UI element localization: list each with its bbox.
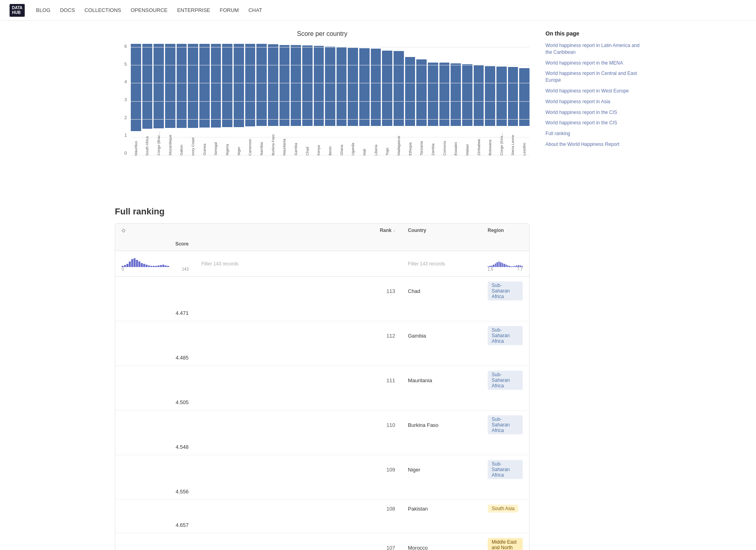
bar [462,64,472,126]
bar-label: Chad [305,128,309,155]
td-region: Sub-Saharan Africa [481,277,529,305]
bar-wrap: Madagascar [394,44,404,155]
table-row[interactable]: 109 Niger Sub-Saharan Africa 4.556 [115,455,529,500]
td-score: 4.556 [115,484,195,499]
mh-bar [143,264,145,267]
nav-collections[interactable]: COLLECTIONS [85,7,121,13]
table-row[interactable]: 107 Morocco Middle East and North Afric.… [115,533,529,550]
score-mh-bar [502,263,503,267]
page-layout: Score per country 0123456 MauritiusSouth… [99,21,657,550]
mh-bar [134,258,136,267]
region-badge: Sub-Saharan Africa [488,281,523,301]
bar-label: Mozambique [168,130,172,155]
filter-region-text: Filter 143 records [408,261,445,267]
bar-label: Ivory Coast [191,130,195,155]
bar-label: Ethiopia [408,128,412,155]
chart-container: 0123456 MauritiusSouth AfricaCongo (Braz… [115,44,530,187]
th-score[interactable]: Score [115,237,195,251]
ranking-table: ◇ Rank ↓ Country Region Score [115,223,530,550]
bar-wrap: Ethiopia [405,44,415,155]
filter-cell-country[interactable]: Filter 143 records [195,254,402,273]
td-country: Niger [402,455,481,484]
mh-bar [141,263,143,267]
nav-enterprise[interactable]: ENTERPRISE [177,7,210,13]
filter-icon: ◇ [122,228,125,233]
th-country[interactable]: Country [402,224,481,237]
bar [177,44,187,128]
sidebar-link[interactable]: World happiness report in Latin America … [545,42,641,56]
filter-cell-score[interactable]: 1.5 7.7 [481,254,529,273]
bar-label: Uganda [351,128,355,155]
y-axis-label: 1 [115,133,127,138]
td-score: 4.657 [115,517,195,533]
td-rank: 107 [195,533,402,550]
bar-label: Botswana [488,128,492,155]
filter-cell-region[interactable]: Filter 143 records [402,254,481,273]
bar [142,44,153,129]
bar-wrap: Botswana [485,44,495,155]
region-badge: Sub-Saharan Africa [488,460,523,479]
bar-wrap: Gambia [291,44,301,155]
filter-cell-histogram[interactable]: 0 143 [115,254,195,273]
td-region: Sub-Saharan Africa [481,366,529,395]
bar [199,44,210,128]
navbar: DATA HUB BLOG DOCS COLLECTIONS OPENSOURC… [0,0,756,21]
nav-chat[interactable]: CHAT [248,7,262,13]
bar [394,51,404,126]
bar-label: South Africa [145,130,149,155]
bar [382,51,392,126]
y-axis-label: 4 [115,79,127,84]
sort-icon: ↓ [393,228,395,233]
table-row[interactable]: 111 Mauritania Sub-Saharan Africa 4.505 [115,366,529,411]
td-blank [115,411,195,439]
bar-label: Zimbabwe [477,128,481,155]
bar [211,44,221,128]
bar-wrap: Namibia [256,44,267,155]
bar-label: Gabon [179,130,183,155]
bar-wrap: Tanzania [416,44,427,155]
score-mh-bar [496,262,498,267]
bar-label: Ghana [340,128,344,155]
region-badge: Sub-Saharan Africa [488,415,523,434]
bar-wrap: Mozambique [165,44,175,155]
score-range: 1.5 7.7 [488,267,523,271]
filter-country-text: Filter 143 records [201,261,238,267]
bar [485,66,495,126]
bar-wrap: Mauritius [131,44,141,155]
td-rank: 111 [195,366,402,395]
bar-wrap: Nigeria [222,44,232,155]
bar-wrap: Malawi [462,44,472,155]
mini-histogram [122,256,189,267]
bar [268,44,278,126]
th-rank[interactable]: Rank ↓ [195,224,402,237]
bar-label: Comoros [443,128,447,155]
nav-docs[interactable]: DOCS [60,7,75,13]
bar [280,45,290,126]
sidebar-link[interactable]: World happiness report in the MENA [545,60,641,67]
table-row[interactable]: 112 Gambia Sub-Saharan Africa 4.485 [115,321,529,366]
bar-label: Lesotho [522,128,526,155]
y-axis-label: 6 [115,44,127,49]
score-mh-bar [495,263,496,267]
sidebar-link[interactable]: World happiness report in Asia [545,98,641,105]
sidebar-link[interactable]: World happiness report in West Europe [545,88,641,94]
table-row[interactable]: 108 Pakistan South Asia 4.657 [115,500,529,533]
sidebar-link[interactable]: World happiness report in the CIS [545,109,641,116]
table-header: ◇ Rank ↓ Country Region Score [115,224,529,251]
table-row[interactable]: 113 Chad Sub-Saharan Africa 4.471 [115,277,529,321]
bar-label: Mauritius [134,133,138,156]
nav-blog[interactable]: BLOG [36,7,50,13]
th-region[interactable]: Region [481,224,529,237]
td-region: Sub-Saharan Africa [481,455,529,484]
sidebar-link[interactable]: World happiness report in Central and Ea… [545,70,641,84]
sidebar-link[interactable]: World happiness report in the CIS [545,120,641,126]
bar [325,47,335,126]
nav-opensource[interactable]: OPENSOURCE [131,7,167,13]
nav-forum[interactable]: FORUM [220,7,239,13]
table-row[interactable]: 110 Burkina Faso Sub-Saharan Africa 4.54… [115,411,529,455]
bar-wrap: Togo [382,44,392,155]
td-rank: 113 [195,277,402,305]
td-country: Chad [402,277,481,305]
sidebar-link[interactable]: Full ranking [545,130,641,137]
sidebar-link[interactable]: About the World Happiness Report [545,141,641,148]
